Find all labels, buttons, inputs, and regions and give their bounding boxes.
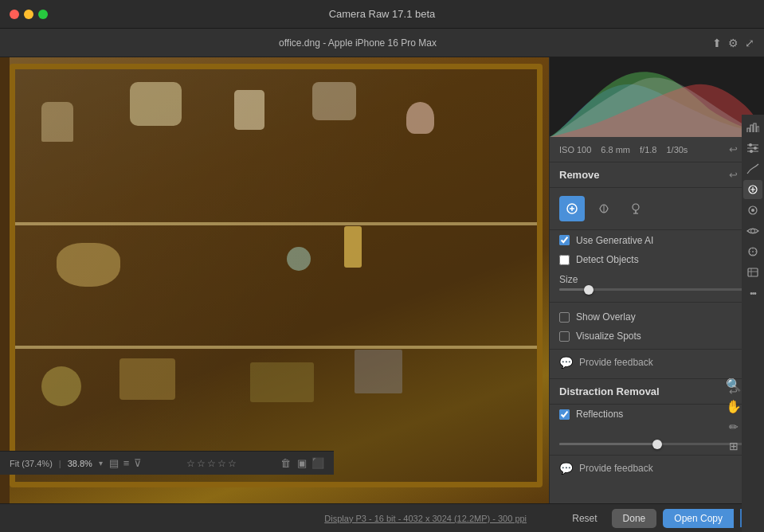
settings-button[interactable]: ⚙ — [728, 37, 739, 49]
reflection-slider-thumb[interactable] — [652, 440, 662, 449]
svg-rect-11 — [748, 268, 758, 276]
detect-objects-label[interactable]: Detect Objects — [576, 254, 639, 265]
aperture-value: f/1.8 — [640, 145, 656, 155]
rail-masking-icon[interactable] — [743, 201, 762, 220]
svg-point-3 — [749, 143, 752, 147]
generative-ai-row: Use Generative AI ⓘ — [550, 230, 764, 250]
zoom-controls: 🔍 ✋ ✏ ⊞ — [726, 377, 742, 452]
compare-icon[interactable]: ≡ — [123, 457, 130, 469]
reset-button[interactable]: Reset — [564, 509, 605, 528]
feedback-label-1: Provide feedback — [579, 357, 653, 368]
shutter-value: 1/30s — [666, 145, 688, 155]
provide-feedback-button-1[interactable]: 💬 Provide feedback — [550, 349, 764, 375]
patch-tool-button[interactable] — [591, 196, 617, 221]
file-info-text[interactable]: Display P3 - 16 bit - 4032 x 3024 (12.2M… — [287, 514, 564, 523]
svg-point-5 — [750, 150, 753, 153]
divider-1 — [550, 302, 764, 303]
feedback-icon-1: 💬 — [559, 356, 573, 369]
zoom-dropdown[interactable]: ▾ — [99, 459, 103, 467]
open-copy-button[interactable]: Open Copy — [663, 509, 734, 528]
size-slider-labels: Size 1 — [559, 274, 754, 285]
rail-geometry-icon[interactable] — [743, 263, 762, 282]
show-overlay-row: Show Overlay — [550, 307, 764, 327]
done-button[interactable]: Done — [612, 509, 657, 528]
photo-canvas[interactable] — [0, 57, 549, 503]
size-label: Size — [559, 274, 578, 285]
side-rail: ••• — [742, 115, 764, 532]
fullscreen-toggle-button[interactable]: ⤢ — [745, 37, 754, 49]
size-slider-thumb[interactable] — [584, 285, 594, 295]
remove-reset-icon[interactable]: ↩ — [729, 169, 738, 181]
heal-tool-button[interactable] — [559, 196, 585, 221]
rail-histogram-icon[interactable] — [743, 118, 762, 137]
toolbar: office.dng - Apple iPhone 16 Pro Max ⬆ ⚙… — [0, 29, 764, 57]
zoom-fit-label: Fit (37.4%) — [10, 459, 53, 468]
remove-title: Remove — [559, 169, 729, 181]
bottom-buttons: Reset Done Open Copy ▾ — [564, 509, 754, 528]
rail-more-icon[interactable]: ••• — [743, 284, 762, 303]
view-compare-icon[interactable]: ⬛ — [311, 457, 324, 469]
show-overlay-label: Show Overlay — [576, 311, 636, 323]
histogram-small-icon[interactable]: ▤ — [109, 457, 119, 469]
view-single-icon[interactable]: ▣ — [297, 457, 307, 469]
rail-remove-icon[interactable] — [743, 180, 762, 199]
minimize-button[interactable] — [24, 10, 33, 19]
visualize-spots-label: Visualize Spots — [576, 331, 641, 342]
generative-ai-checkbox[interactable] — [559, 235, 570, 245]
iso-value: ISO 100 — [559, 145, 591, 155]
fileinfo-bar: Display P3 - 16 bit - 4032 x 3024 (12.2M… — [0, 503, 764, 532]
undo-icon[interactable]: ↩ — [729, 143, 738, 155]
toolbar-right-icons: ⬆ ⚙ ⤢ — [712, 37, 754, 49]
trash-icon[interactable]: 🗑 — [280, 457, 291, 469]
focal-length-value: 6.8 mm — [601, 145, 630, 155]
histogram-svg — [550, 57, 764, 137]
reflections-label[interactable]: Reflections — [576, 409, 623, 420]
app-title: Camera Raw 17.1 beta — [329, 8, 436, 20]
rail-curves-icon[interactable] — [743, 159, 762, 178]
statusbar-right: ▣ ⬛ — [297, 457, 324, 469]
fullscreen-button[interactable] — [38, 10, 48, 19]
visualize-spots-row: Visualize Spots — [550, 327, 764, 346]
feedback-icon-2: 💬 — [559, 462, 573, 475]
svg-point-8 — [751, 209, 754, 212]
size-slider-row: Size 1 — [550, 269, 764, 297]
titlebar: Camera Raw 17.1 beta — [0, 0, 764, 29]
distraction-title: Distraction Removal — [559, 385, 729, 397]
statusbar-center: ☆ ☆ ☆ ☆ ☆ — [148, 458, 274, 469]
show-overlay-checkbox[interactable] — [559, 312, 570, 323]
rail-eye-icon[interactable] — [743, 221, 762, 241]
rail-optics-icon[interactable] — [743, 242, 762, 261]
star-1[interactable]: ☆ — [186, 458, 195, 469]
feedback-label-2: Provide feedback — [579, 463, 653, 474]
provide-feedback-button-2[interactable]: 💬 Provide feedback — [550, 455, 764, 481]
share-button[interactable]: ⬆ — [712, 37, 722, 49]
statusbar-icons: ▤ ≡ ⊽ — [109, 457, 143, 469]
eyedropper-icon[interactable]: ✏ — [729, 421, 739, 433]
star-5[interactable]: ☆ — [228, 458, 237, 469]
star-2[interactable]: ☆ — [197, 458, 206, 469]
remove-section-header: Remove ↩ 👁 — [550, 162, 764, 188]
star-4[interactable]: ☆ — [217, 458, 226, 469]
rail-sliders-icon[interactable] — [743, 139, 762, 158]
reflections-checkbox[interactable] — [559, 409, 570, 420]
traffic-lights — [10, 10, 48, 19]
close-button[interactable] — [10, 10, 19, 19]
detect-objects-checkbox[interactable] — [559, 255, 570, 265]
zoom-percent: 38.8% — [68, 459, 92, 468]
exif-row: ISO 100 6.8 mm f/1.8 1/30s ↩ 👁 — [550, 137, 764, 162]
generative-ai-label[interactable]: Use Generative AI — [576, 235, 653, 246]
stamp-tool-button[interactable] — [623, 196, 648, 221]
grid-view-icon[interactable]: ⊞ — [729, 440, 739, 452]
hand-tool-icon[interactable]: ✋ — [726, 399, 742, 414]
svg-point-2 — [633, 204, 639, 210]
visualize-spots-checkbox[interactable] — [559, 331, 570, 342]
star-rating[interactable]: ☆ ☆ ☆ ☆ ☆ — [148, 458, 274, 469]
histogram — [550, 57, 764, 137]
zoom-in-icon[interactable]: 🔍 — [726, 377, 742, 393]
image-area: Fit (37.4%) | 38.8% ▾ ▤ ≡ ⊽ ☆ ☆ ☆ ☆ ☆ 🗑 — [0, 57, 549, 503]
star-3[interactable]: ☆ — [207, 458, 216, 469]
statusbar: Fit (37.4%) | 38.8% ▾ ▤ ≡ ⊽ ☆ ☆ ☆ ☆ ☆ 🗑 — [0, 451, 334, 475]
size-slider-track[interactable] — [559, 288, 754, 291]
tool-buttons — [550, 188, 764, 230]
filter-icon[interactable]: ⊽ — [134, 457, 142, 469]
